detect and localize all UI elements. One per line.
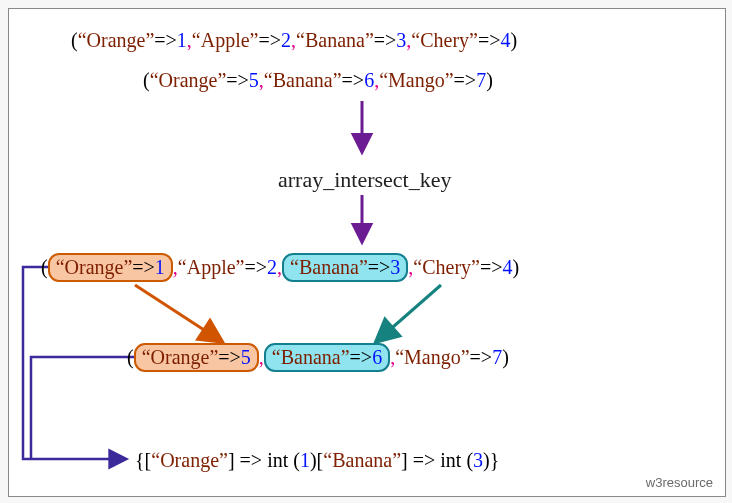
array2-display: (“Orange”=>5,“Banana”=>6,“Mango”=>7) (143, 69, 493, 92)
brace-close: } (490, 449, 500, 471)
key-orange: “Orange” (151, 449, 228, 471)
key-orange: “Orange” (142, 346, 219, 368)
val-7: 7 (492, 346, 502, 368)
paren-close: ) (511, 29, 518, 51)
pill-orange-match: “Orange”=>1 (48, 253, 173, 282)
key-orange: “Orange” (78, 29, 155, 51)
array1-highlighted: (“Orange”=>1,“Apple”=>2,“Banana”=>3,“Che… (41, 253, 519, 282)
val-7: 7 (476, 69, 486, 91)
pill-banana-match: “Banana”=>3 (282, 253, 408, 282)
bracket-close: ] (228, 449, 235, 471)
int-label: int (440, 449, 461, 471)
paren-close: ) (483, 449, 490, 471)
key-banana: “Banana” (323, 449, 401, 471)
key-apple: “Apple” (192, 29, 259, 51)
arrow: => (470, 346, 493, 368)
key-orange: “Orange” (56, 256, 133, 278)
arrow: => (240, 449, 263, 471)
function-label: array_intersect_key (278, 167, 451, 193)
arrow: => (259, 29, 282, 51)
pill-orange-match: “Orange”=>5 (134, 343, 259, 372)
result-display: {[“Orange”] => int (1)[“Banana”] => int … (135, 449, 499, 472)
arrow: => (478, 29, 501, 51)
paren-open: ( (127, 346, 134, 368)
array2-highlighted: (“Orange”=>5,“Banana”=>6,“Mango”=>7) (127, 343, 509, 372)
paren-open: ( (293, 449, 300, 471)
bracket-close: ] (401, 449, 408, 471)
val-2: 2 (281, 29, 291, 51)
key-banana: “Banana” (272, 346, 350, 368)
arrow: => (132, 256, 155, 278)
brace-open: { (135, 449, 145, 471)
key-apple: “Apple” (178, 256, 245, 278)
key-banana: “Banana” (290, 256, 368, 278)
svg-line-2 (135, 285, 221, 341)
arrow: => (374, 29, 397, 51)
paren-open: ( (71, 29, 78, 51)
svg-line-3 (377, 285, 441, 341)
arrow: => (480, 256, 503, 278)
arrow: => (218, 346, 241, 368)
paren-close: ) (486, 69, 493, 91)
int-label: int (267, 449, 288, 471)
paren-open: ( (41, 256, 48, 278)
key-cherry: “Chery” (411, 29, 478, 51)
pill-banana-match: “Banana”=>6 (264, 343, 390, 372)
key-banana: “Banana” (264, 69, 342, 91)
val-1: 1 (177, 29, 187, 51)
val-6: 6 (372, 346, 382, 368)
paren-open: ( (143, 69, 150, 91)
arrow: => (413, 449, 436, 471)
val-6: 6 (364, 69, 374, 91)
diagram-canvas: (“Orange”=>1,“Apple”=>2,“Banana”=>3,“Che… (8, 8, 726, 497)
arrow: => (350, 346, 373, 368)
key-banana: “Banana” (296, 29, 374, 51)
val-3: 3 (390, 256, 400, 278)
array1-display: (“Orange”=>1,“Apple”=>2,“Banana”=>3,“Che… (71, 29, 517, 52)
arrow: => (245, 256, 268, 278)
key-cherry: “Chery” (413, 256, 480, 278)
val-2: 2 (267, 256, 277, 278)
val-1: 1 (155, 256, 165, 278)
paren-close: ) (513, 256, 520, 278)
paren-close: ) (502, 346, 509, 368)
val-4: 4 (503, 256, 513, 278)
arrow: => (226, 69, 249, 91)
val-5: 5 (241, 346, 251, 368)
arrow: => (454, 69, 477, 91)
key-mango: “Mango” (379, 69, 453, 91)
val-4: 4 (501, 29, 511, 51)
key-orange: “Orange” (150, 69, 227, 91)
watermark: w3resource (646, 475, 713, 490)
arrow: => (154, 29, 177, 51)
paren-close: ) (310, 449, 317, 471)
val-3: 3 (473, 449, 483, 471)
key-mango: “Mango” (395, 346, 469, 368)
arrow: => (342, 69, 365, 91)
val-5: 5 (249, 69, 259, 91)
arrow: => (368, 256, 391, 278)
val-1: 1 (300, 449, 310, 471)
val-3: 3 (396, 29, 406, 51)
